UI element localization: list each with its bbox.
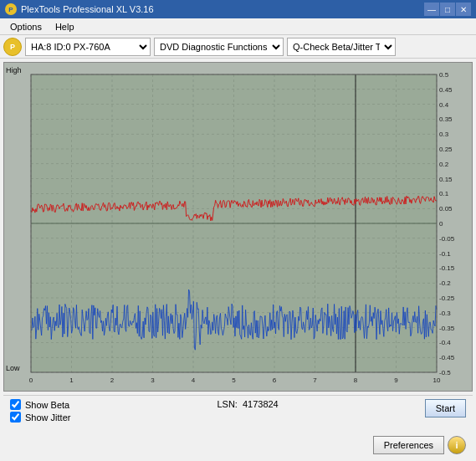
function-select[interactable]: DVD Diagnostic Functions bbox=[154, 38, 284, 56]
minimize-button[interactable]: — bbox=[424, 3, 439, 16]
menu-help[interactable]: Help bbox=[49, 20, 81, 33]
chart-container: High Low bbox=[3, 62, 473, 392]
show-beta-checkbox-label[interactable]: Show Beta bbox=[10, 399, 70, 410]
bottom-bar: Show Beta Show Jitter LSN: 4173824 Start… bbox=[3, 395, 473, 458]
buttons-area: Start bbox=[425, 399, 466, 417]
show-beta-checkbox[interactable] bbox=[10, 399, 21, 410]
test-select[interactable]: Q-Check Beta/Jitter Test bbox=[287, 38, 396, 56]
info-button[interactable]: i bbox=[448, 436, 466, 454]
title-bar: P PlexTools Professional XL V3.16 — □ ✕ bbox=[0, 0, 476, 18]
menu-options[interactable]: Options bbox=[3, 20, 49, 33]
bottom-top-row: Show Beta Show Jitter LSN: 4173824 Start bbox=[10, 399, 466, 423]
start-button[interactable]: Start bbox=[425, 399, 466, 417]
toolbar: P HA:8 ID:0 PX-760A DVD Diagnostic Funct… bbox=[0, 35, 476, 59]
app-icon: P bbox=[5, 3, 17, 15]
main-content: High Low Show Beta Show Jitter LSN: 4173… bbox=[0, 59, 476, 461]
window-controls: — □ ✕ bbox=[424, 3, 471, 16]
show-jitter-checkbox[interactable] bbox=[10, 412, 21, 423]
toolbar-icon[interactable]: P bbox=[3, 38, 22, 56]
preferences-button[interactable]: Preferences bbox=[373, 436, 444, 454]
close-button[interactable]: ✕ bbox=[456, 3, 471, 16]
preferences-row: Preferences i bbox=[10, 436, 466, 454]
drive-select[interactable]: HA:8 ID:0 PX-760A bbox=[25, 38, 151, 56]
lsn-value: 4173824 bbox=[243, 399, 279, 409]
checkboxes-area: Show Beta Show Jitter bbox=[10, 399, 70, 423]
show-jitter-checkbox-label[interactable]: Show Jitter bbox=[10, 412, 70, 423]
window-title: PlexTools Professional XL V3.16 bbox=[21, 4, 424, 14]
menu-bar: Options Help bbox=[0, 18, 476, 35]
lsn-label: LSN: bbox=[217, 399, 237, 409]
maximize-button[interactable]: □ bbox=[440, 3, 455, 16]
show-jitter-label: Show Jitter bbox=[25, 412, 70, 423]
lsn-area: LSN: 4173824 bbox=[217, 399, 278, 409]
show-beta-label: Show Beta bbox=[25, 400, 69, 410]
chart-canvas bbox=[4, 63, 472, 391]
